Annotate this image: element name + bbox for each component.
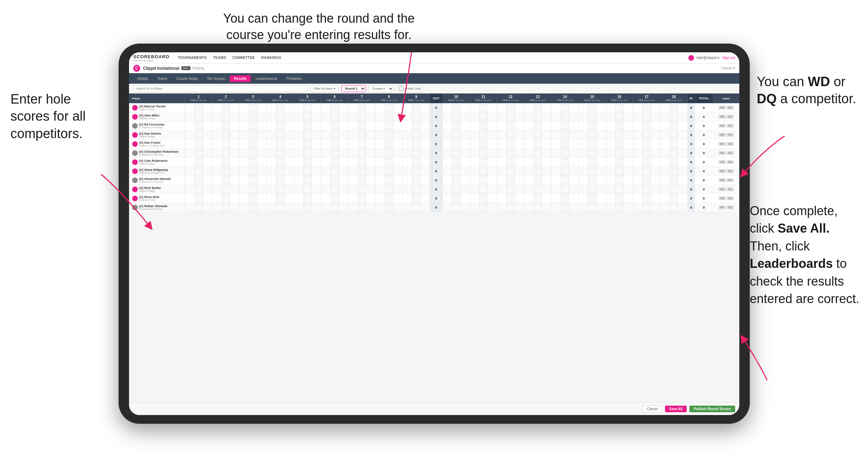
- score-input-hole-2[interactable]: [222, 131, 230, 138]
- score-input-hole-18[interactable]: [670, 141, 678, 148]
- score-input-hole-9[interactable]: [412, 141, 421, 148]
- score-input-hole-17[interactable]: [642, 104, 651, 111]
- score-input-hole-1[interactable]: [195, 131, 203, 138]
- score-input-hole-12[interactable]: [506, 150, 515, 157]
- score-input-hole-15[interactable]: [588, 168, 596, 175]
- score-input-hole-16[interactable]: [615, 177, 624, 184]
- score-input-hole-16[interactable]: [615, 168, 624, 175]
- score-input-hole-3[interactable]: [249, 141, 257, 148]
- score-input-hole-18[interactable]: [670, 159, 678, 166]
- score-input-hole-7[interactable]: [358, 113, 366, 120]
- score-input-hole-13[interactable]: [534, 104, 542, 111]
- score-input-hole-11[interactable]: [479, 204, 488, 211]
- score-input-hole-8[interactable]: [385, 195, 393, 202]
- score-input-hole-17[interactable]: [642, 122, 651, 129]
- score-input-hole-6[interactable]: [331, 141, 339, 148]
- tab-tee-groups[interactable]: Tee Groups: [203, 75, 229, 82]
- nav-tournaments[interactable]: TOURNAMENTS: [178, 56, 207, 60]
- score-input-hole-14[interactable]: [561, 122, 569, 129]
- score-input-hole-14[interactable]: [561, 150, 569, 157]
- score-input-hole-11[interactable]: [479, 113, 488, 120]
- score-input-hole-2[interactable]: [222, 113, 230, 120]
- score-input-hole-2[interactable]: [222, 159, 230, 166]
- score-input-hole-16[interactable]: [615, 122, 624, 129]
- score-input-hole-14[interactable]: [561, 131, 569, 138]
- score-input-hole-1[interactable]: [195, 168, 203, 175]
- score-input-hole-8[interactable]: [385, 150, 393, 157]
- score-input-hole-6[interactable]: [331, 186, 339, 193]
- score-input-hole-9[interactable]: [412, 168, 421, 175]
- score-input-hole-4[interactable]: [276, 204, 285, 211]
- score-input-hole-9[interactable]: [412, 113, 421, 120]
- dq-button[interactable]: DQ: [727, 133, 734, 137]
- score-input-hole-9[interactable]: [412, 159, 421, 166]
- score-input-hole-12[interactable]: [506, 186, 515, 193]
- score-input-hole-18[interactable]: [670, 131, 678, 138]
- score-input-hole-11[interactable]: [479, 186, 488, 193]
- tab-results[interactable]: Results: [230, 75, 251, 82]
- score-input-hole-8[interactable]: [385, 168, 393, 175]
- score-input-hole-1[interactable]: [195, 150, 203, 157]
- sign-out[interactable]: Sign out: [722, 56, 735, 60]
- wd-button[interactable]: WD: [718, 106, 726, 110]
- score-input-hole-16[interactable]: [615, 141, 624, 148]
- score-input-hole-11[interactable]: [479, 141, 488, 148]
- score-input-hole-13[interactable]: [534, 131, 542, 138]
- cancel-button[interactable]: Cancel X: [721, 66, 735, 70]
- score-input-hole-7[interactable]: [358, 186, 366, 193]
- score-input-hole-18[interactable]: [670, 113, 678, 120]
- score-input-hole-11[interactable]: [479, 150, 488, 157]
- score-input-hole-14[interactable]: [561, 104, 569, 111]
- score-input-hole-13[interactable]: [534, 186, 542, 193]
- wd-button[interactable]: WD: [718, 178, 726, 182]
- score-input-hole-18[interactable]: [670, 195, 678, 202]
- score-input-hole-3[interactable]: [249, 159, 257, 166]
- score-input-hole-6[interactable]: [331, 113, 339, 120]
- score-input-hole-11[interactable]: [479, 122, 488, 129]
- score-input-hole-12[interactable]: [506, 195, 515, 202]
- score-input-hole-4[interactable]: [276, 113, 285, 120]
- score-input-hole-5[interactable]: [303, 150, 312, 157]
- score-input-hole-17[interactable]: [642, 159, 651, 166]
- score-input-hole-11[interactable]: [479, 131, 488, 138]
- score-input-hole-14[interactable]: [561, 113, 569, 120]
- score-input-hole-10[interactable]: [452, 168, 460, 175]
- score-input-hole-3[interactable]: [249, 104, 257, 111]
- score-input-hole-8[interactable]: [385, 177, 393, 184]
- score-input-hole-17[interactable]: [642, 186, 651, 193]
- score-input-hole-9[interactable]: [412, 186, 421, 193]
- wd-button[interactable]: WD: [718, 169, 726, 173]
- score-input-hole-7[interactable]: [358, 177, 366, 184]
- score-input-hole-14[interactable]: [561, 204, 569, 211]
- score-input-hole-12[interactable]: [506, 204, 515, 211]
- score-input-hole-2[interactable]: [222, 186, 230, 193]
- score-input-hole-1[interactable]: [195, 141, 203, 148]
- score-input-hole-9[interactable]: [412, 131, 421, 138]
- dq-button[interactable]: DQ: [727, 187, 734, 191]
- score-input-hole-2[interactable]: [222, 177, 230, 184]
- score-input-hole-14[interactable]: [561, 186, 569, 193]
- score-input-hole-2[interactable]: [222, 195, 230, 202]
- score-input-hole-10[interactable]: [452, 141, 460, 148]
- score-input-hole-2[interactable]: [222, 204, 230, 211]
- score-input-hole-6[interactable]: [331, 104, 339, 111]
- score-input-hole-16[interactable]: [615, 186, 624, 193]
- filter-by-team-button[interactable]: Filter by team ▾: [310, 85, 339, 92]
- score-input-hole-16[interactable]: [615, 204, 624, 211]
- score-input-hole-17[interactable]: [642, 150, 651, 157]
- score-input-hole-18[interactable]: [670, 204, 678, 211]
- dq-button[interactable]: DQ: [727, 178, 734, 182]
- score-input-hole-6[interactable]: [331, 150, 339, 157]
- score-input-hole-13[interactable]: [534, 150, 542, 157]
- score-input-hole-8[interactable]: [385, 113, 393, 120]
- score-input-hole-16[interactable]: [615, 104, 624, 111]
- score-input-hole-16[interactable]: [615, 131, 624, 138]
- cancel-scores-button[interactable]: Cancel: [642, 405, 662, 413]
- score-input-hole-6[interactable]: [331, 159, 339, 166]
- score-input-hole-5[interactable]: [303, 141, 312, 148]
- score-input-hole-10[interactable]: [452, 131, 460, 138]
- score-input-hole-8[interactable]: [385, 122, 393, 129]
- score-input-hole-15[interactable]: [588, 150, 596, 157]
- dq-button[interactable]: DQ: [727, 106, 734, 110]
- score-input-hole-1[interactable]: [195, 177, 203, 184]
